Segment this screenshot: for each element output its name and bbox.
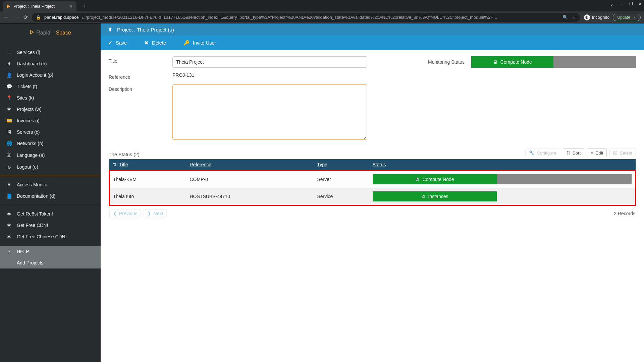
update-button[interactable]: Update ⋮ — [613, 14, 641, 21]
sidebar-item-tickets[interactable]: 💬Tickets (t) — [0, 81, 101, 92]
sidebar-item-dashboard[interactable]: 🎚Dashboard (h) — [0, 58, 101, 69]
globe-icon: 🌐 — [6, 141, 12, 146]
description-input[interactable] — [172, 84, 367, 140]
pagination: ❮ Previous ❯ Next 2 Records — [109, 209, 636, 218]
address-bar[interactable]: 🔒 panel.rapid.space /#/project_module/20… — [32, 13, 580, 22]
sidebar-item-re6st[interactable]: ✱Get Re6st Token! — [0, 208, 101, 220]
col-status-label: Status — [373, 162, 386, 167]
prev-label: Previous — [119, 211, 137, 216]
next-button[interactable]: ❯ Next — [144, 209, 167, 218]
breadcrumb-bar: ⬆ Project : Theia Project (u) — [101, 23, 644, 36]
table-row[interactable]: Theia-KVM COMP-0 Server 🖥 Compute Node — [109, 171, 636, 188]
reference-value: PROJ-131 — [172, 72, 415, 78]
row-reference: COMP-0 — [186, 171, 314, 188]
sidebar-item-language[interactable]: 文Language (a) — [0, 149, 101, 161]
page-title[interactable]: Project : Theia Project (u) — [117, 27, 174, 33]
sidebar-item-label: Sites (k) — [17, 95, 34, 101]
asterisk-icon: ✱ — [6, 211, 12, 217]
sort-button[interactable]: ⇅ Sort — [563, 148, 585, 157]
reload-icon[interactable]: ⟳ — [23, 14, 28, 20]
sidebar-item-services[interactable]: ⌂Services (l) — [0, 47, 101, 58]
brand-logo[interactable]: Rapid.Space — [0, 23, 101, 42]
sidebar-item-label: Get Free CDN! — [17, 223, 48, 228]
zoom-icon[interactable]: 🔍 — [562, 15, 568, 20]
col-title[interactable]: ⇅ Title — [109, 159, 186, 170]
col-reference[interactable]: Reference — [186, 159, 314, 171]
edit-button[interactable]: ≡ Edit — [587, 148, 607, 157]
sidebar-item-label: Get Re6st Token! — [17, 211, 53, 217]
kebab-icon: ⋮ — [632, 15, 636, 20]
status-heading: The Status (2) — [109, 152, 140, 157]
star-icon[interactable]: ☆ — [572, 15, 576, 20]
forward-icon: → — [13, 14, 19, 20]
browser-tab[interactable]: Project : Theia Project × — [3, 1, 76, 11]
title-input[interactable] — [172, 56, 367, 68]
chevron-down-icon[interactable]: ⌄ — [610, 1, 614, 7]
delete-button[interactable]: ✖ Delete — [144, 40, 166, 46]
svg-marker-1 — [31, 31, 34, 34]
nav-buttons: ← → ⟳ — [3, 14, 28, 20]
minimize-icon[interactable]: — — [619, 1, 624, 7]
monitor-icon: 🖥 — [415, 177, 420, 182]
reference-label: Reference — [109, 72, 172, 80]
table-body-highlighted: Theia-KVM COMP-0 Server 🖥 Compute Node — [109, 171, 636, 205]
sliders-icon: 🎚 — [6, 61, 12, 66]
language-icon: 文 — [6, 152, 12, 158]
up-icon[interactable]: ⬆ — [108, 26, 112, 33]
window-controls: ⌄ — ❐ ✕ — [610, 1, 642, 7]
question-icon: ? — [6, 249, 12, 254]
col-type[interactable]: Type — [314, 159, 369, 171]
sidebar-item-logout[interactable]: ⎋Logout (o) — [0, 161, 101, 173]
sidebar-item-label: Tickets (t) — [17, 84, 37, 89]
save-button[interactable]: ✔ Save — [108, 40, 127, 46]
sidebar-item-add-projects[interactable]: Add Projects — [0, 257, 101, 268]
sidebar-item-access-monitor[interactable]: 🖥Access Monitor — [0, 179, 101, 190]
sidebar-item-networks[interactable]: 🌐Networks (n) — [0, 138, 101, 149]
sidebar-item-documentation[interactable]: 📘Documentation (d) — [0, 190, 101, 202]
sidebar-item-login-account[interactable]: 👤Login Account (p) — [0, 69, 101, 81]
logout-icon: ⎋ — [6, 164, 12, 170]
sidebar-item-label: Access Monitor — [17, 182, 49, 187]
sidebar-item-label: Documentation (d) — [17, 193, 55, 199]
back-icon[interactable]: ← — [3, 14, 9, 20]
sidebar-item-servers[interactable]: 🗄Servers (c) — [0, 126, 101, 138]
update-label: Update — [617, 15, 630, 20]
close-icon[interactable]: × — [70, 4, 72, 9]
new-tab-button[interactable]: ＋ — [80, 1, 90, 10]
row-status-button[interactable]: 🖥 Instances — [373, 191, 497, 201]
compute-node-button[interactable]: 🖥 Compute Node — [471, 56, 554, 68]
logo-rapid: Rapid — [36, 30, 50, 36]
row-reference: HOSTSUBS-44710 — [186, 188, 314, 205]
pin-icon: 📍 — [6, 95, 12, 101]
sidebar-item-projects[interactable]: ✱Projects (w) — [0, 104, 101, 115]
description-label: Description — [109, 84, 172, 92]
close-window-icon[interactable]: ✕ — [638, 1, 642, 7]
asterisk-icon: ✱ — [6, 234, 12, 239]
prev-button[interactable]: ❮ Previous — [109, 209, 141, 218]
sidebar-item-sites[interactable]: 📍Sites (k) — [0, 92, 101, 104]
logo-dot: . — [52, 30, 54, 36]
col-type-label: Type — [317, 162, 327, 167]
sidebar-item-label: Invoices (i) — [17, 118, 40, 123]
col-status[interactable]: Status — [369, 159, 636, 171]
incognito-indicator[interactable]: ◐ Incognito — [584, 14, 610, 20]
sidebar-item-invoices[interactable]: 💳Invoices (i) — [0, 115, 101, 126]
col-title-label: Title — [119, 162, 128, 167]
sidebar-item-help[interactable]: ?HELP — [0, 246, 101, 257]
share-icon: ✱ — [6, 107, 12, 112]
status-table: ⇅ Title Reference Type Status Theia-KVM … — [109, 159, 636, 206]
wrench-icon: 🔧 — [529, 150, 535, 156]
invite-user-button[interactable]: 🔑 Invite User — [183, 40, 216, 46]
row-status-button[interactable]: 🖥 Compute Node — [373, 174, 497, 184]
logo-space: Space — [56, 30, 71, 36]
monitoring-status-label: Monitoring Status — [428, 59, 465, 65]
play-icon — [30, 30, 34, 36]
row-type: Server — [314, 171, 369, 188]
monitor-icon: 🖥 — [6, 182, 12, 187]
maximize-icon[interactable]: ❐ — [629, 1, 633, 7]
lock-icon: 🔒 — [36, 15, 41, 20]
sidebar-item-free-chinese-cdn[interactable]: ✱Get Free Chinese CDN! — [0, 231, 101, 242]
sidebar-item-free-cdn[interactable]: ✱Get Free CDN! — [0, 220, 101, 231]
table-row[interactable]: Theia tuto HOSTSUBS-44710 Service 🖥 Inst… — [109, 188, 636, 205]
row-title: Theia-KVM — [109, 171, 186, 188]
